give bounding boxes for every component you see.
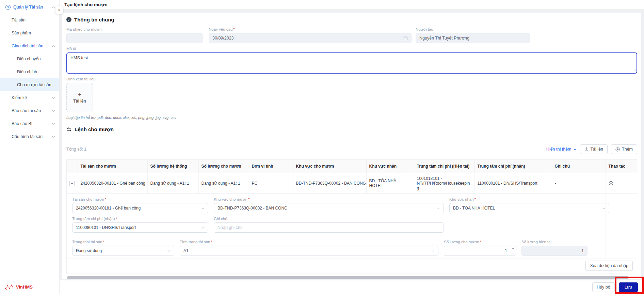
footer: Hủy bỏ Lưu: [60, 280, 644, 294]
ngay-yeu-cau-datepicker[interactable]: 30/09/2023: [209, 33, 412, 43]
sidebar-item-kiem-ke[interactable]: Kiểm kê: [0, 91, 59, 104]
sidebar-item-label: Báo cáo tài sản: [12, 108, 41, 113]
required-mark: *: [480, 240, 481, 244]
cell-trung-tam-hien-tai: 1001013101 - NT/RT/H/Room/Housekeeping: [414, 173, 474, 194]
sidebar-collapse-button[interactable]: «: [55, 6, 63, 14]
save-button[interactable]: Lưu: [619, 282, 638, 292]
khu-vuc-nhan-select[interactable]: BD - TÒA NHÀ HOTEL: [449, 203, 609, 213]
detail-field-tai-san: Tài sản cho mượn* 2420056320-00181 - Ghế…: [72, 197, 208, 213]
required-mark: *: [233, 27, 235, 31]
field-label: Tình trạng tài sản*: [180, 240, 438, 244]
form-card: i Thông tin chung Mã phiếu cho mượn Ngày…: [62, 13, 641, 279]
sidebar-item-label: Tài sản: [12, 18, 26, 22]
tinh-trang-select[interactable]: A1: [180, 246, 438, 256]
swap-arrows-icon: [66, 127, 72, 131]
stepper-down-button[interactable]: [510, 251, 516, 256]
sidebar-item-label: Cho mượn tài sản: [17, 82, 51, 87]
resize-grip-icon[interactable]: [633, 67, 636, 72]
stepper-up-button[interactable]: [510, 246, 516, 251]
chevron-down-icon: [52, 96, 55, 99]
sidebar-item-dieu-chuyen[interactable]: Điều chuyển: [0, 52, 59, 65]
nguoi-tao-value: Nguyễn Thị Tuyết Phương: [419, 36, 469, 41]
table-header-row: Tài sản cho mượn Số lượng hệ thống Số lư…: [67, 160, 638, 173]
cell-tai-san: 2420056320-00181 - Ghế ban công: [78, 173, 147, 194]
select-chevron-icon: [431, 249, 435, 252]
field-ngay-yeu-cau: Ngày yêu cầu* 30/09/2023: [209, 27, 412, 43]
cancel-button[interactable]: Hủy bỏ: [592, 282, 615, 292]
remove-row-icon[interactable]: [609, 181, 635, 186]
cell-khu-vuc-cho-muon: BD-TND-P7363Q-00002 - BAN CÔNG: [293, 173, 366, 194]
upload-icon: [584, 147, 589, 151]
upload-rows-button[interactable]: Tải lên: [580, 144, 608, 154]
loan-section-title: Lệnh cho mượn: [66, 126, 637, 132]
sidebar-item-dieu-chinh[interactable]: Điều chỉnh: [0, 65, 59, 78]
cell-so-luong-he-thong: Đang sử dụng - A1: 1: [147, 173, 198, 194]
cell-trung-tam-nhan: 1100080101 - DN/SHS/Transport: [474, 173, 552, 194]
trung-tam-select[interactable]: 1100080101 - DN/SHS/Transport: [72, 222, 208, 233]
field-label: Khu vực nhận*: [449, 197, 609, 201]
select-chevron-icon: [602, 207, 606, 210]
detail-field-khu-vuc-cho-muon: Khu vực cho mượn* BD-TND-P7363Q-00002 - …: [214, 197, 444, 213]
chevron-down-icon: [52, 109, 55, 112]
sidebar-item-cho-muon-tai-san[interactable]: Cho mượn tài sản: [0, 78, 59, 91]
row-collapse-toggle[interactable]: −: [69, 181, 75, 186]
nguoi-tao-input: Nguyễn Thị Tuyết Phương: [416, 33, 530, 43]
table-row: − 2420056320-00181 - Ghế ban công Đang s…: [67, 173, 638, 194]
column-header: Số lượng hệ thống: [147, 160, 198, 173]
clear-data-button[interactable]: Xóa dữ liệu đã nhập: [585, 261, 633, 271]
column-header: Số lượng cho mượn: [198, 160, 249, 173]
mo-ta-value: HMS test: [70, 56, 88, 60]
chevron-up-icon: [52, 45, 55, 48]
column-header: Khu vực cho mượn: [293, 160, 366, 173]
required-mark: *: [103, 240, 104, 244]
trang-thai-select[interactable]: Đang sử dụng: [72, 246, 174, 256]
sidebar-item-label: Điều chuyển: [17, 57, 41, 61]
show-more-link[interactable]: Hiển thị thêm: [546, 147, 577, 152]
table-toolbar: Tổng số: 1 Hiển thị thêm Tải lên: [66, 144, 637, 154]
sidebar-item-label: Sản phẩm: [12, 31, 31, 35]
ngay-yeu-cau-value: 30/09/2023: [212, 36, 234, 41]
sidebar-item-bao-cao-tai-san[interactable]: Báo cáo tài sản: [0, 104, 59, 117]
so-luong-cho-muon-input[interactable]: [444, 246, 510, 256]
cell-khu-vuc-nhan: BD - TÒA NHÀ HOTEL: [366, 173, 414, 194]
sidebar-item-bao-cao-bi[interactable]: Báo cáo BI: [0, 117, 59, 130]
sidebar-item-label: Kiểm kê: [12, 95, 27, 100]
field-label: Đính kèm tài liệu: [66, 77, 637, 81]
expanded-row: Tài sản cho mượn* 2420056320-00181 - Ghế…: [67, 194, 638, 274]
plus-icon: +: [78, 92, 81, 97]
detail-field-ghi-chu: Ghi chú: [214, 217, 444, 233]
field-label: Số lượng cho mượn*: [444, 240, 516, 244]
brand-name: VinHMS: [16, 284, 33, 290]
column-header: Tài sản cho mượn: [78, 160, 147, 173]
sidebar: $ Quản lý Tài sản Tài sản Sản phẩm Giao …: [0, 0, 60, 294]
tai-san-select[interactable]: 2420056320-00181 - Ghế ban công: [72, 203, 208, 213]
detail-field-so-luong-hien-tai: Số lượng hiện tại 1: [521, 240, 587, 256]
scrollbar-thumb[interactable]: [67, 276, 629, 279]
fixed-column-divider: [606, 194, 606, 259]
select-chevron-icon: [201, 207, 205, 210]
chevron-down-icon: [52, 122, 55, 125]
column-header: Ghi chú: [552, 160, 606, 173]
sidebar-item-giao-dich-tai-san[interactable]: Giao dịch tài sản: [0, 40, 59, 52]
field-label: Tài sản cho mượn*: [72, 197, 208, 201]
mo-ta-textarea[interactable]: HMS test: [66, 52, 637, 74]
khu-vuc-cho-muon-select[interactable]: BD-TND-P7363Q-00002 - BAN CÔNG: [214, 203, 444, 213]
general-section-title: i Thông tin chung: [66, 17, 637, 22]
field-label: Số lượng hiện tại: [521, 240, 587, 244]
ghi-chu-input[interactable]: [214, 222, 444, 233]
upload-dropzone-button[interactable]: + Tải lên: [66, 83, 93, 112]
add-row-button[interactable]: Thêm: [611, 144, 637, 154]
sidebar-item-san-pham[interactable]: Sản phẩm: [0, 27, 59, 40]
main: « Tạo lệnh cho mượn i Thông tin chung Mã…: [60, 0, 644, 294]
sidebar-item-cau-hinh-tai-san[interactable]: Cấu hình tài sản: [0, 130, 59, 143]
collapse-icon: «: [58, 7, 61, 12]
sidebar-item-quan-ly-tai-san[interactable]: $ Quản lý Tài sản: [0, 1, 59, 14]
column-header: Khu vực nhận: [366, 160, 414, 173]
field-mo-ta: Mô tả HMS test: [66, 47, 637, 74]
upload-text: Tải lên: [73, 99, 86, 104]
field-label: Ghi chú: [214, 217, 444, 221]
vinhms-logo-icon: [4, 284, 14, 290]
sidebar-menu: $ Quản lý Tài sản Tài sản Sản phẩm Giao …: [0, 0, 59, 280]
chevron-down-icon: [52, 135, 55, 138]
sidebar-item-tai-san[interactable]: Tài sản: [0, 14, 59, 27]
